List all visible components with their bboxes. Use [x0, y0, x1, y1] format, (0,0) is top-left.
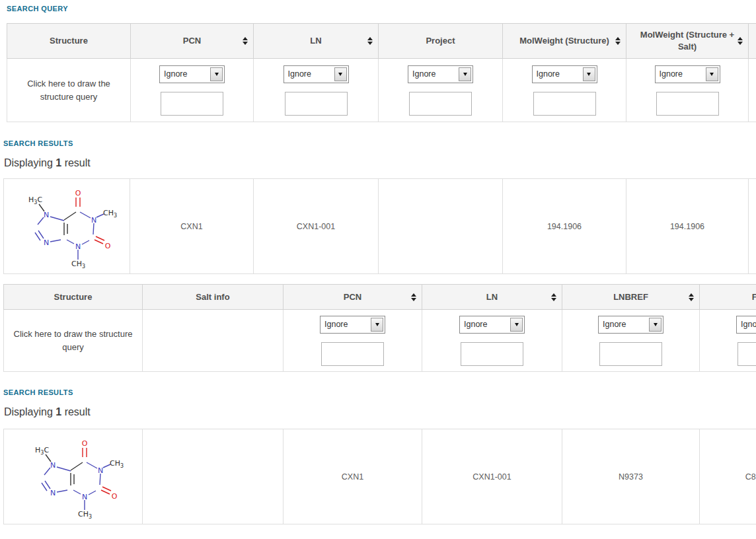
filter-cell-project: Ignore [379, 59, 503, 122]
chevron-down-icon[interactable] [583, 67, 595, 81]
filter-value-input[interactable] [409, 92, 472, 116]
column-header-project: Project [379, 24, 503, 59]
structure-query-cell: Click here to draw the structure query [7, 59, 131, 122]
molecule-structure-image: H3C CH3 CH3 N N N N O O [10, 182, 124, 271]
nitrogen-label: N [75, 242, 81, 251]
filter-value-input[interactable] [656, 92, 719, 116]
chevron-down-icon[interactable] [371, 318, 383, 332]
filter-value-input[interactable] [737, 342, 756, 366]
molecule-structure-svg: H3C CH3 CH3 N N N N O O [17, 433, 130, 521]
search-results-heading: SEARCH RESULTS [3, 139, 756, 147]
nitrogen-label: N [81, 493, 87, 501]
column-header-structure: Structure [4, 285, 143, 310]
result-count: 1 [56, 406, 61, 417]
filter-cell-ln: Ignore [422, 310, 562, 372]
filter-operator-select[interactable]: Ignore [408, 65, 473, 83]
result-cell-structure: H3C CH3 CH3 N N N N O O [4, 179, 130, 274]
molecule-structure-image: H3C CH3 CH3 N N N N O O [17, 433, 130, 521]
filter-cell-molweight-structure-salt: Ignore [626, 59, 749, 122]
filter-operator-select[interactable]: Ignore [459, 316, 525, 334]
filter-operator-select[interactable]: Ignore [655, 65, 720, 83]
filter-operator-select[interactable]: Ignore [159, 65, 225, 83]
nitrogen-label: N [44, 211, 49, 219]
filter-value-input[interactable] [533, 92, 596, 116]
filter-value-input[interactable] [161, 92, 223, 116]
filter-value-input[interactable] [599, 342, 662, 366]
draw-structure-link[interactable]: Click here to draw the structure query [13, 328, 134, 353]
search-query-table-1: Structure PCN LN Project MolWeight (Stru… [7, 23, 756, 122]
filter-value-input[interactable] [321, 342, 384, 366]
result-cell-pcn: CXN1 [130, 179, 254, 274]
structure-query-cell: Click here to draw the structure query [4, 310, 143, 372]
result-count-line: Displaying 1 result [4, 157, 756, 169]
sort-icon[interactable] [737, 37, 743, 45]
molecule-structure-svg: H3C CH3 CH3 N N N N O O [10, 182, 124, 271]
column-header-extra [749, 24, 756, 59]
column-header-pcn[interactable]: PCN [131, 24, 254, 59]
search-page: SEARCH QUERY Structure PCN LN Project Mo… [0, 5, 756, 524]
chevron-down-icon[interactable] [706, 67, 718, 81]
sort-icon[interactable] [367, 37, 373, 45]
filter-operator-select[interactable]: Ignore [598, 316, 663, 334]
result-cell-structure: H3C CH3 CH3 N N N N O O [4, 429, 143, 524]
filter-cell-formula: Ignore [700, 310, 756, 372]
filter-cell-pcn: Ignore [131, 59, 254, 122]
filter-operator-select[interactable]: Ignore [532, 65, 597, 83]
filter-operator-select[interactable]: Ignore [320, 316, 385, 334]
result-cell-molweight-structure-salt: 194.1906 [626, 179, 749, 274]
column-header-structure: Structure [7, 24, 131, 59]
chevron-down-icon[interactable] [459, 67, 471, 81]
query-filter-row: Click here to draw the structure query I… [7, 59, 756, 122]
oxygen-label: O [105, 242, 111, 250]
result-cell-lnbref: N9373 [562, 429, 700, 524]
sort-icon[interactable] [615, 37, 621, 45]
chevron-down-icon[interactable] [510, 318, 523, 332]
query-header-row: Structure Salt info PCN LN LNBREF Formul… [4, 285, 756, 310]
search-results-table-2: H3C CH3 CH3 N N N N O O CXN1 CXN1-001 N9… [3, 429, 756, 524]
nitrogen-label: N [97, 466, 102, 475]
draw-structure-link[interactable]: Click here to draw the structure query [16, 77, 122, 103]
result-cell-formula: C8H10N4O2 [700, 429, 756, 524]
methyl-label: H3C [28, 196, 42, 205]
result-cell-molweight-structure: 194.1906 [503, 179, 626, 274]
oxygen-label: O [75, 189, 81, 198]
nitrogen-label: N [50, 461, 55, 470]
methyl-label: CH3 [110, 459, 124, 469]
nitrogen-label: N [44, 238, 49, 247]
chevron-down-icon[interactable] [649, 318, 662, 332]
column-header-formula: Formula [700, 285, 756, 310]
sort-icon[interactable] [689, 293, 694, 301]
column-header-ln[interactable]: LN [254, 24, 379, 59]
query-filter-row: Click here to draw the structure query I… [4, 310, 756, 372]
oxygen-label: O [81, 439, 87, 448]
filter-cell-pcn: Ignore [284, 310, 422, 372]
oxygen-label: O [111, 492, 117, 501]
sort-icon[interactable] [243, 37, 248, 45]
filter-operator-select[interactable]: Ignore [736, 316, 756, 334]
column-header-ln[interactable]: LN [422, 285, 562, 310]
column-header-molweight-structure-salt[interactable]: MolWeight (Structure + Salt) [626, 24, 749, 59]
result-row: H3C CH3 CH3 N N N N O O CXN1 CXN1-001 19… [4, 179, 756, 274]
chevron-down-icon[interactable] [210, 67, 223, 81]
column-header-pcn[interactable]: PCN [284, 285, 422, 310]
result-cell-extra [749, 179, 756, 274]
result-cell-ln: CXN1-001 [422, 429, 562, 524]
column-header-lnbref[interactable]: LNBREF [562, 285, 700, 310]
sort-icon[interactable] [551, 293, 556, 301]
methyl-label: H3C [35, 446, 49, 456]
sort-icon[interactable] [411, 293, 416, 301]
filter-operator-select[interactable]: Ignore [284, 65, 349, 83]
column-header-molweight-structure[interactable]: MolWeight (Structure) [503, 24, 626, 59]
result-count: 1 [56, 157, 61, 168]
search-results-heading: SEARCH RESULTS [3, 388, 756, 396]
query-header-row: Structure PCN LN Project MolWeight (Stru… [7, 24, 756, 59]
nitrogen-label: N [50, 489, 55, 497]
filter-cell-lnbref: Ignore [562, 310, 700, 372]
salt-info-cell [143, 310, 284, 372]
result-row: H3C CH3 CH3 N N N N O O CXN1 CXN1-001 N9… [4, 429, 756, 524]
filter-value-input[interactable] [461, 342, 523, 366]
chevron-down-icon[interactable] [334, 67, 347, 81]
result-cell-salt-info [143, 429, 284, 524]
result-cell-ln: CXN1-001 [254, 179, 379, 274]
filter-value-input[interactable] [285, 92, 348, 116]
